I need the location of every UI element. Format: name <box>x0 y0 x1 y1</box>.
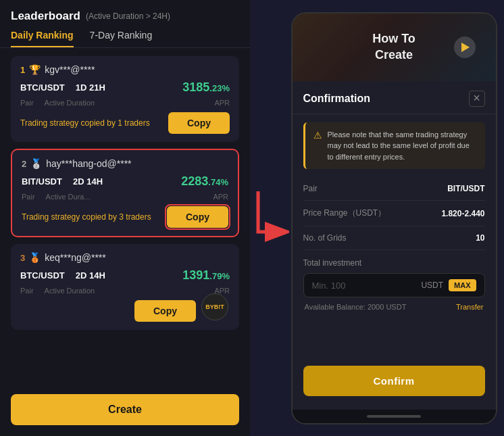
warning-text: Please note that the same trading strate… <box>328 129 477 163</box>
warning-icon: ⚠ <box>313 130 322 141</box>
copied-by-1: Trading strategy copied by 1 traders <box>20 118 150 128</box>
confirm-btn-wrap: Confirm <box>293 355 496 410</box>
rank-labels-2: Pair Active Dura... APR <box>22 193 228 201</box>
pair-label: Pair <box>303 184 318 193</box>
balance-label: Available Balance: 2000 USDT <box>305 303 407 311</box>
investment-label: Total investment <box>303 258 485 268</box>
apr-label-2: APR <box>213 193 228 201</box>
tab-7day[interactable]: 7-Day Ranking <box>90 30 153 47</box>
phone-mockup: How To Create Confirmation × ⚠ Please no… <box>291 12 497 425</box>
confirm-button[interactable]: Confirm <box>303 366 485 396</box>
duration-label-1: Active Duration <box>45 99 95 107</box>
rank-duration-3: 2D 14H <box>76 270 105 281</box>
rank-footer-1: Trading strategy copied by 1 traders Cop… <box>20 112 230 134</box>
investment-placeholder: Min. 100 <box>312 281 416 291</box>
rank-card-2: 2 🥈 hay***hang-od@**** BIT/USDT 2D 14H 2… <box>11 149 239 237</box>
play-icon <box>461 43 470 52</box>
modal-header: Confirmation × <box>293 81 496 114</box>
detail-row-price-range: Price Range（USDT） 1.820-2.440 <box>303 201 485 226</box>
detail-row-grids: No. of Grids 10 <box>303 226 485 250</box>
grids-value: 10 <box>476 233 484 243</box>
transfer-link[interactable]: Transfer <box>456 303 484 311</box>
rank-labels-3: Pair Active Duration APR <box>20 287 230 295</box>
rank-username-3: keq***ng@**** <box>45 252 106 263</box>
arrow-icon <box>251 178 289 259</box>
detail-rows: Pair BIT/USDT Price Range（USDT） 1.820-2.… <box>293 177 496 250</box>
rank-username-1: kgv***@**** <box>45 64 95 75</box>
rankings-list: 1 🏆 kgv***@**** BTC/USDT 1D 21H 3185.23%… <box>0 48 250 386</box>
pair-value: BIT/USDT <box>447 184 484 193</box>
video-title: How To Create <box>372 31 415 63</box>
rank-duration-1: 1D 21H <box>76 82 105 93</box>
app-subtitle: (Active Duration > 24H) <box>86 11 170 21</box>
create-btn-wrap: Create <box>0 386 250 436</box>
copied-by-2: Trading strategy copied by 3 traders <box>22 212 151 222</box>
rank-number-2: 2 <box>22 159 26 169</box>
rank-info-1: BTC/USDT 1D 21H 3185.23% <box>20 80 230 95</box>
right-panel: How To Create Confirmation × ⚠ Please no… <box>291 0 504 436</box>
rank-labels-1: Pair Active Duration APR <box>20 99 230 107</box>
pair-label-2: Pair <box>22 193 35 201</box>
rank-username-2: hay***hang-od@**** <box>46 158 131 169</box>
copy-button-2[interactable]: Copy <box>167 206 228 228</box>
warning-box: ⚠ Please note that the same trading stra… <box>303 122 485 170</box>
max-button[interactable]: MAX <box>449 279 476 291</box>
pair-label-3: Pair <box>20 287 34 295</box>
investment-input-row[interactable]: Min. 100 USDT MAX <box>303 273 485 297</box>
price-range-value: 1.820-2.440 <box>441 209 484 218</box>
rank-info-3: BTC/USDT 2D 14H 1391.79% <box>20 268 230 283</box>
home-indicator <box>367 415 421 418</box>
rank-pair-2: BIT/USDT <box>22 176 62 187</box>
investment-section: Total investment Min. 100 USDT MAX Avail… <box>293 250 496 311</box>
balance-row: Available Balance: 2000 USDT Transfer <box>303 303 485 311</box>
duration-label-3: Active Duration <box>45 287 95 295</box>
rank-footer-3: Copy BYB!T <box>20 300 230 322</box>
create-button[interactable]: Create <box>11 394 239 425</box>
rank-header-2: 2 🥈 hay***hang-od@**** <box>22 158 228 169</box>
rank-duration-2: 2D 14H <box>73 176 103 187</box>
rank-info-2: BIT/USDT 2D 14H 2283.74% <box>22 174 228 189</box>
detail-row-pair: Pair BIT/USDT <box>303 177 485 201</box>
rank-header-3: 3 🥉 keq***ng@**** <box>20 252 230 263</box>
tabs-container: Daily Ranking 7-Day Ranking <box>0 23 250 48</box>
close-icon[interactable]: × <box>469 91 485 107</box>
bybit-watermark: BYB!T <box>201 293 228 320</box>
rank-apr-3: 1391.79% <box>182 268 230 283</box>
rank-number-1: 1 <box>20 65 25 75</box>
usdt-label: USDT <box>421 281 443 290</box>
rank-footer-2: Trading strategy copied by 3 traders Cop… <box>22 206 228 228</box>
copy-button-1[interactable]: Copy <box>168 112 230 134</box>
rank-pair-3: BTC/USDT <box>20 270 65 281</box>
apr-label-1: APR <box>214 99 230 107</box>
copy-button-2-wrapper: Copy <box>167 206 228 228</box>
copy-button-3[interactable]: Copy <box>134 300 196 322</box>
arrow-area <box>250 0 291 436</box>
tab-daily[interactable]: Daily Ranking <box>11 30 74 47</box>
confirmation-modal: Confirmation × ⚠ Please note that the sa… <box>293 81 496 410</box>
phone-bottom-bar <box>293 410 496 423</box>
duration-label-2: Active Dura... <box>46 193 91 201</box>
rank-card-1: 1 🏆 kgv***@**** BTC/USDT 1D 21H 3185.23%… <box>11 56 239 142</box>
modal-title: Confirmation <box>303 93 371 105</box>
rank-apr-2: 2283.74% <box>181 174 228 189</box>
play-button[interactable] <box>454 37 476 58</box>
price-range-label: Price Range（USDT） <box>303 208 386 219</box>
rank-card-3: 3 🥉 keq***ng@**** BTC/USDT 2D 14H 1391.7… <box>11 244 239 330</box>
app-title: Leaderboard <box>11 9 80 23</box>
rank-icon-1: 🏆 <box>29 64 41 75</box>
rank-apr-1: 3185.23% <box>182 80 230 95</box>
header: Leaderboard (Active Duration > 24H) <box>0 0 250 23</box>
rank-number-3: 3 <box>20 253 25 263</box>
rank-header-1: 1 🏆 kgv***@**** <box>20 64 230 75</box>
video-area: How To Create <box>293 14 496 81</box>
header-title-row: Leaderboard (Active Duration > 24H) <box>11 9 239 23</box>
rank-icon-3: 🥉 <box>29 252 41 263</box>
leaderboard-panel: Leaderboard (Active Duration > 24H) Dail… <box>0 0 250 436</box>
rank-pair-1: BTC/USDT <box>20 82 65 93</box>
grids-label: No. of Grids <box>303 233 347 243</box>
rank-icon-2: 🥈 <box>30 158 42 169</box>
pair-label-1: Pair <box>20 99 34 107</box>
